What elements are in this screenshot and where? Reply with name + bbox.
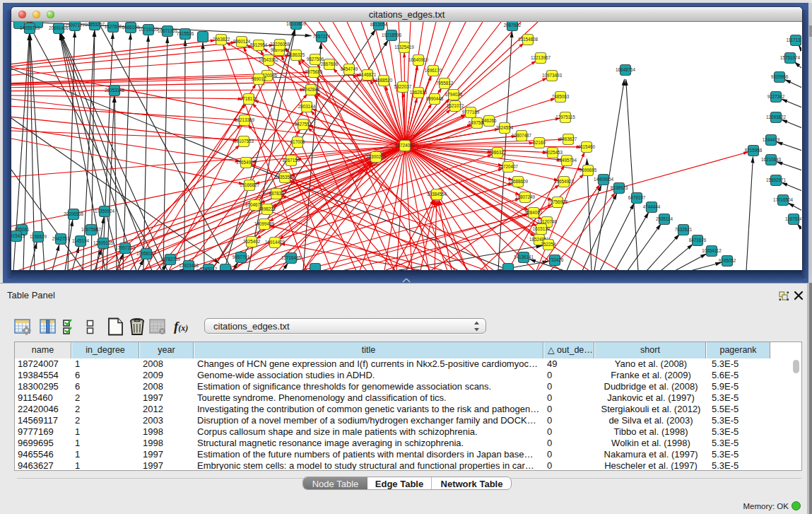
svg-text:9463627: 9463627 [560, 136, 577, 141]
svg-text:62160: 62160 [533, 140, 546, 145]
svg-text:3915413: 3915413 [11, 233, 25, 238]
svg-text:16648764: 16648764 [616, 67, 636, 72]
svg-text:19384554: 19384554 [427, 192, 447, 197]
svg-text:1244419: 1244419 [763, 137, 780, 142]
svg-text:23226058: 23226058 [270, 42, 290, 47]
svg-text:12975115: 12975115 [555, 115, 575, 119]
svg-text:20206538: 20206538 [64, 211, 84, 216]
svg-text:887833: 887833 [269, 191, 284, 196]
svg-text:9498222: 9498222 [259, 206, 276, 211]
svg-text:18807249: 18807249 [515, 194, 536, 199]
svg-text:9699695: 9699695 [579, 168, 597, 173]
svg-text:9329966: 9329966 [771, 74, 789, 79]
svg-text:7515526: 7515526 [177, 31, 194, 36]
svg-text:18724007: 18724007 [395, 143, 416, 148]
svg-text:1156829: 1156829 [30, 234, 47, 239]
svg-text:8186325: 8186325 [288, 52, 305, 57]
svg-text:2087682: 2087682 [504, 23, 522, 28]
svg-text:16782759: 16782759 [160, 257, 181, 262]
svg-text:10025453: 10025453 [543, 150, 563, 155]
svg-text:10688609: 10688609 [508, 179, 529, 184]
svg-text:14409954: 14409954 [594, 177, 614, 182]
svg-text:14099489: 14099489 [254, 221, 275, 226]
svg-text:1615132: 1615132 [533, 226, 551, 231]
svg-text:17016504: 17016504 [773, 197, 794, 202]
svg-text:10807487: 10807487 [512, 133, 532, 138]
svg-text:8215958: 8215958 [745, 148, 763, 153]
svg-text:1733426: 1733426 [546, 257, 564, 262]
svg-text:7986322: 7986322 [489, 150, 507, 155]
svg-text:1621072: 1621072 [447, 103, 464, 108]
svg-text:1362615: 1362615 [410, 90, 428, 95]
svg-text:16154808: 16154808 [518, 37, 539, 42]
svg-text:19166827: 19166827 [240, 182, 260, 187]
svg-text:4744444: 4744444 [643, 204, 661, 209]
svg-text:19654923: 19654923 [554, 179, 575, 184]
svg-text:12505135: 12505135 [93, 240, 114, 245]
svg-text:2718176: 2718176 [240, 96, 258, 101]
svg-text:1696170: 1696170 [425, 68, 442, 73]
svg-text:8454749: 8454749 [341, 66, 358, 71]
svg-text:6466160: 6466160 [122, 25, 140, 30]
svg-text:6479197: 6479197 [628, 195, 646, 200]
svg-text:7955812: 7955812 [436, 81, 454, 86]
svg-text:1167534: 1167534 [785, 216, 801, 221]
svg-text:10975867: 10975867 [81, 227, 102, 232]
svg-text:2803144: 2803144 [298, 104, 316, 109]
svg-text:10719155: 10719155 [139, 27, 159, 32]
svg-text:5322037: 5322037 [394, 84, 412, 89]
svg-text:9245052: 9245052 [719, 258, 736, 263]
svg-text:8471676: 8471676 [689, 238, 707, 243]
svg-text:9777169: 9777169 [462, 110, 480, 115]
svg-text:19958107: 19958107 [136, 251, 157, 256]
svg-text:8813054: 8813054 [370, 22, 388, 27]
svg-text:16210643: 16210643 [761, 157, 782, 162]
svg-text:17957223: 17957223 [115, 245, 136, 250]
svg-text:12923468: 12923468 [179, 263, 199, 268]
svg-text:16914479: 16914479 [265, 240, 286, 245]
svg-text:7663822: 7663822 [213, 37, 230, 42]
svg-text:2942757: 2942757 [52, 236, 70, 241]
svg-text:7632621: 7632621 [675, 227, 693, 232]
svg-text:9115460: 9115460 [578, 144, 596, 149]
svg-text:8938923: 8938923 [611, 185, 628, 190]
svg-text:9242848: 9242848 [302, 87, 320, 92]
svg-text:11325419: 11325419 [394, 45, 414, 49]
svg-text:17359924: 17359924 [95, 209, 115, 214]
svg-text:10973493: 10973493 [542, 73, 563, 78]
svg-text:7357224: 7357224 [313, 34, 331, 39]
svg-text:12093822: 12093822 [766, 115, 787, 119]
svg-text:25300295: 25300295 [366, 154, 387, 159]
svg-text:15751074: 15751074 [780, 55, 801, 60]
svg-text:16543362: 16543362 [259, 57, 279, 62]
svg-text:2935114: 2935114 [656, 216, 673, 221]
svg-text:7625402: 7625402 [243, 239, 261, 244]
svg-text:9657791: 9657791 [233, 255, 250, 259]
svg-text:9146821: 9146821 [359, 72, 377, 77]
svg-text:17654925: 17654925 [236, 160, 257, 165]
svg-text:15716485: 15716485 [281, 255, 302, 260]
svg-text:3875685: 3875685 [305, 69, 323, 74]
svg-text:12213369: 12213369 [235, 117, 255, 122]
svg-text:1588520: 1588520 [375, 78, 393, 83]
svg-text:8427552: 8427552 [295, 122, 312, 127]
svg-text:8990448: 8990448 [426, 96, 444, 101]
svg-text:10853267: 10853267 [85, 22, 105, 27]
svg-text:989012: 989012 [251, 76, 266, 81]
svg-text:252254: 252254 [541, 242, 556, 247]
svg-text:7485063: 7485063 [552, 94, 570, 99]
svg-text:3624554: 3624554 [496, 125, 514, 130]
svg-text:12213967: 12213967 [531, 55, 551, 60]
svg-text:15720407: 15720407 [498, 164, 519, 169]
svg-text:8912954: 8912954 [250, 42, 268, 47]
svg-text:9227342: 9227342 [767, 94, 785, 99]
svg-text:18495794: 18495794 [557, 158, 577, 163]
svg-text:11171375: 11171375 [786, 37, 801, 42]
svg-text:19218596: 19218596 [382, 33, 402, 37]
svg-text:15692971: 15692971 [766, 177, 787, 182]
svg-text:6794028: 6794028 [445, 92, 463, 97]
svg-text:10107553: 10107553 [234, 139, 254, 144]
svg-text:8267150: 8267150 [283, 158, 300, 163]
svg-text:14136141: 14136141 [514, 255, 534, 259]
svg-text:2867608: 2867608 [321, 62, 339, 66]
